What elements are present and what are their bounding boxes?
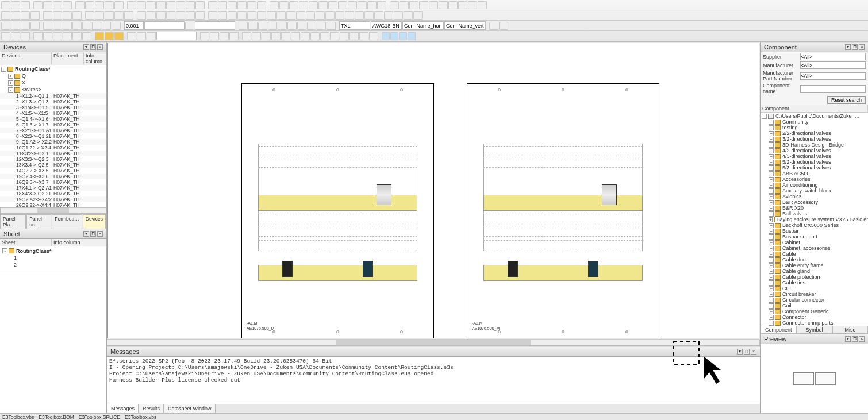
tb-btn[interactable] — [247, 11, 256, 20]
tb-btn[interactable] — [156, 1, 166, 9]
tb-btn[interactable] — [287, 22, 297, 30]
toolbar-row-1[interactable] — [0, 0, 868, 10]
tb-btn[interactable] — [247, 1, 256, 9]
tb-btn-active[interactable] — [382, 32, 390, 40]
component-group[interactable]: +Cabinet — [761, 240, 868, 245]
collapse-icon[interactable]: - — [8, 87, 13, 93]
tb-btn[interactable] — [127, 1, 136, 9]
messages-panel-header[interactable]: Messages ▾ ⊓ × — [107, 346, 760, 357]
tb-btn[interactable] — [276, 11, 286, 20]
close-icon[interactable]: × — [97, 44, 103, 50]
device-wire-row[interactable]: 17-X4:1->-Q2:A1H07V-K_TH — [0, 185, 106, 191]
tb-btn[interactable] — [147, 11, 156, 20]
device-wire-row[interactable]: 10-Q1:22->-X2:4H07V-K_TH — [0, 145, 106, 151]
tb-btn[interactable] — [21, 22, 30, 30]
collapse-icon[interactable]: - — [1, 67, 6, 72]
tb-btn[interactable] — [499, 22, 508, 30]
drawing-page-2[interactable]: -A2.M AE1076.500_M — [467, 83, 659, 338]
expand-icon[interactable]: + — [769, 160, 774, 165]
tb-btn[interactable] — [257, 1, 266, 9]
dropdown-icon[interactable]: ▾ — [845, 336, 851, 342]
tab-symbol[interactable]: Symbol — [796, 326, 832, 334]
expand-icon[interactable]: + — [769, 131, 774, 136]
col-sheet-info[interactable]: Info column — [52, 239, 106, 246]
tb-btn[interactable] — [278, 22, 287, 30]
component-group[interactable]: +5/2-directional valves — [761, 159, 868, 165]
tb-btn[interactable] — [63, 22, 72, 30]
tb-btn[interactable] — [252, 32, 261, 40]
status-item[interactable]: E3Toolbox.vbs — [2, 414, 34, 420]
component-group[interactable]: +ABB AC500 — [761, 171, 868, 176]
tab-messages[interactable]: Messages — [107, 404, 139, 413]
component-group[interactable]: +2/2-directional valves — [761, 130, 868, 136]
tab-formboard[interactable]: Formboa… — [52, 214, 82, 229]
expand-icon[interactable]: + — [769, 200, 774, 205]
combo-conn-h[interactable] — [402, 21, 444, 30]
expand-icon[interactable]: + — [8, 80, 13, 86]
expand-icon[interactable]: + — [769, 206, 774, 211]
component-group[interactable]: +Cable ties — [761, 280, 868, 286]
tb-btn[interactable] — [239, 22, 248, 30]
tb-btn[interactable] — [137, 1, 146, 9]
pin-icon[interactable]: ⊓ — [744, 349, 750, 355]
component-group[interactable]: +Ball valves — [761, 211, 868, 217]
tb-btn[interactable] — [267, 11, 276, 20]
component-group[interactable]: +Circuit breaker — [761, 291, 868, 297]
status-item[interactable]: E3Toolbox.vbs — [125, 414, 156, 420]
device-wire-row[interactable]: 15-Q2:4->-X3:6H07V-K_TH — [0, 174, 106, 179]
tb-btn[interactable] — [1, 11, 10, 20]
device-wire-row[interactable]: 3-X1:4->-Q1:5H07V-K_TH — [0, 105, 106, 110]
component-group[interactable]: +Connector — [761, 314, 868, 320]
component-group[interactable]: +Beckhoff CX5000 Series — [761, 222, 868, 228]
devices-panel-header[interactable]: Devices ▾ ⊓ × — [0, 42, 106, 52]
tb-btn[interactable] — [301, 32, 310, 40]
expand-icon[interactable]: + — [769, 246, 774, 251]
close-icon[interactable]: × — [97, 231, 103, 237]
tb-btn[interactable] — [1, 1, 10, 9]
component-group[interactable]: +B&R Accessory — [761, 199, 868, 205]
combo-awg[interactable] — [371, 21, 402, 30]
tree-node[interactable]: +X — [0, 79, 106, 86]
component-group[interactable]: +Busbar support — [761, 234, 868, 240]
tb-btn[interactable] — [404, 11, 413, 20]
expand-icon[interactable]: + — [769, 252, 774, 257]
tab-panel-placed[interactable]: Panel-Pla… — [0, 214, 26, 229]
tb-btn[interactable] — [390, 1, 399, 9]
sheet-panel-header[interactable]: Sheet ▾ ⊓ × — [0, 229, 106, 239]
expand-icon[interactable]: + — [769, 137, 774, 142]
tb-btn[interactable] — [291, 32, 300, 40]
tb-btn[interactable] — [309, 1, 318, 9]
expand-icon[interactable]: + — [769, 177, 774, 182]
tb-btn[interactable] — [248, 22, 258, 30]
device-wire-row[interactable]: 19-Q2:A2->-X4:2H07V-K_TH — [0, 196, 106, 202]
tb-btn[interactable] — [11, 32, 20, 40]
tb-btn[interactable] — [335, 11, 344, 20]
tb-btn-highlight[interactable] — [114, 32, 124, 40]
expand-icon[interactable]: + — [8, 74, 13, 79]
tab-devices[interactable]: Devices — [83, 214, 106, 229]
component-group[interactable]: +Circular connector — [761, 297, 868, 303]
tree-root[interactable]: - C:\Users\Public\Documents\Zuken… — [761, 113, 868, 119]
tb-btn[interactable] — [195, 1, 205, 9]
expand-icon[interactable]: + — [769, 142, 774, 148]
tb-btn[interactable] — [63, 1, 72, 9]
close-icon[interactable]: × — [751, 349, 756, 355]
device-wire-row[interactable]: 6-Q1:6->-X1:7H07V-K_TH — [0, 122, 106, 128]
tb-btn-active[interactable] — [408, 32, 416, 40]
tree-root[interactable]: - RoutingClass* — [0, 65, 106, 72]
tb-btn[interactable] — [458, 1, 467, 9]
pin-icon[interactable]: ⊓ — [90, 44, 96, 50]
component-group[interactable]: +Cable gland — [761, 268, 868, 274]
expand-icon[interactable]: + — [769, 257, 774, 263]
tb-btn[interactable] — [325, 11, 335, 20]
tb-btn[interactable] — [85, 11, 94, 20]
col-devices[interactable]: Devices — [0, 52, 52, 65]
tb-btn[interactable] — [367, 1, 377, 9]
tb-btn[interactable] — [127, 32, 136, 40]
drawing-page-1[interactable]: -A1.M AE1076.500_M — [241, 83, 434, 338]
toolbar-row-3[interactable] — [0, 21, 868, 31]
expand-icon[interactable]: + — [769, 286, 774, 291]
tb-btn[interactable] — [345, 11, 354, 20]
tab-panel-unplaced[interactable]: Panel-un… — [26, 214, 51, 229]
device-wire-row[interactable]: 9-Q1:A2->-X2:2H07V-K_TH — [0, 139, 106, 145]
